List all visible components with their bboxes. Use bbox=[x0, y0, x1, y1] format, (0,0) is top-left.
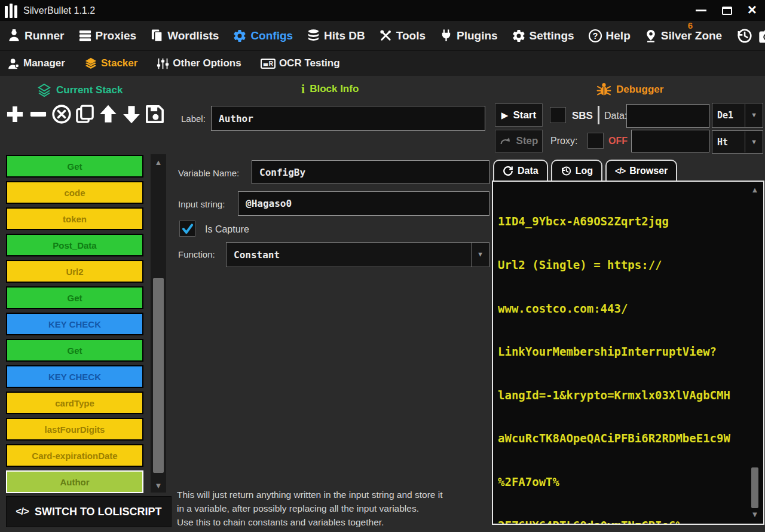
silver-zone-badge: 6 bbox=[688, 20, 693, 30]
add-block-button[interactable] bbox=[4, 102, 26, 127]
tab-log[interactable]: Log bbox=[551, 160, 602, 181]
tab-data[interactable]: Data bbox=[493, 160, 548, 181]
step-label: Step bbox=[516, 135, 538, 147]
proxy-checkbox[interactable] bbox=[587, 133, 604, 149]
stack-block[interactable]: Get bbox=[6, 155, 143, 178]
close-button[interactable]: × bbox=[748, 4, 757, 17]
stack-block[interactable]: Url2 bbox=[6, 260, 143, 283]
nav-wordlists[interactable]: Wordlists bbox=[150, 29, 219, 42]
remove-block-button[interactable] bbox=[27, 102, 50, 127]
scroll-up-icon[interactable]: ▲ bbox=[151, 158, 166, 167]
block-info-title: Block Info bbox=[310, 83, 359, 95]
start-button[interactable]: ▶ Start bbox=[495, 103, 543, 127]
nav-label: Hits DB bbox=[324, 29, 365, 42]
stack-block[interactable]: Get bbox=[6, 286, 143, 309]
manager-icon bbox=[7, 57, 20, 70]
proxy-status: OFF bbox=[608, 136, 628, 146]
switch-to-loliscript-button[interactable]: </> SWITCH TO LOLISCRIPT bbox=[6, 496, 172, 527]
stack-block[interactable]: KEY CHECK bbox=[6, 365, 143, 388]
minimize-icon bbox=[696, 10, 706, 11]
nav-configs[interactable]: Configs bbox=[232, 29, 293, 43]
nav-proxies[interactable]: Proxies bbox=[78, 29, 137, 42]
sbs-caption: SBS bbox=[572, 110, 593, 122]
minimize-button[interactable] bbox=[696, 10, 706, 11]
subnav-manager[interactable]: Manager bbox=[7, 57, 65, 70]
play-icon: ▶ bbox=[501, 110, 509, 121]
start-label: Start bbox=[513, 109, 536, 121]
stack-block-list: Get code token Post_Data Url2 Get KEY CH… bbox=[6, 155, 143, 497]
move-down-button[interactable] bbox=[120, 102, 143, 127]
nav-tools[interactable]: Tools bbox=[379, 29, 426, 42]
wordlists-icon bbox=[150, 29, 164, 42]
move-up-button[interactable] bbox=[97, 102, 120, 127]
log-line: aWcuRcTK8AOpeQACiPFBi6R2RDMbeE1c9W bbox=[498, 431, 743, 445]
stack-block[interactable]: code bbox=[6, 181, 143, 204]
input-string-input[interactable] bbox=[238, 191, 489, 216]
screenshot-button[interactable] bbox=[758, 27, 765, 44]
nav-silver-zone[interactable]: 6 Silver Zone bbox=[644, 29, 722, 43]
divider bbox=[598, 106, 599, 124]
stack-block[interactable]: Card-expirationDate bbox=[6, 444, 143, 467]
variable-name-caption: Variable Name: bbox=[178, 168, 239, 178]
stack-block[interactable]: cardType bbox=[6, 392, 143, 414]
subnav-label: Stacker bbox=[101, 57, 137, 69]
nav-plugins[interactable]: Plugins bbox=[439, 29, 498, 42]
proxy-input[interactable] bbox=[631, 130, 709, 152]
tab-label: Log bbox=[576, 166, 593, 176]
scroll-down-icon[interactable]: ▼ bbox=[749, 510, 761, 519]
maximize-button[interactable] bbox=[722, 7, 732, 15]
nav-label: Tools bbox=[396, 29, 426, 42]
nav-runner[interactable]: Runner bbox=[7, 29, 65, 42]
log-content: 1ID4_9Ybcx-A69OS2Zqrt2jqg Url2 (Single) … bbox=[498, 185, 743, 520]
hits-db-icon bbox=[307, 29, 320, 42]
sbs-checkbox[interactable] bbox=[550, 107, 566, 123]
debugger-title: Debugger bbox=[616, 84, 663, 96]
data-type-select[interactable]: De1 ▼ bbox=[712, 103, 763, 128]
tab-browser[interactable]: </> Browser bbox=[605, 160, 677, 181]
stack-block[interactable]: lastFourDigits bbox=[6, 418, 143, 441]
step-button[interactable]: Step bbox=[495, 130, 543, 152]
debugger-log[interactable]: 1ID4_9Ybcx-A69OS2Zqrt2jqg Url2 (Single) … bbox=[492, 181, 764, 525]
debugger-tabs: Data Log </> Browser bbox=[493, 160, 677, 181]
duplicate-block-button[interactable] bbox=[74, 102, 96, 127]
block-description: This will just return anything written i… bbox=[177, 488, 494, 529]
stack-block[interactable]: Post_Data bbox=[6, 234, 143, 256]
nav-hits-db[interactable]: Hits DB bbox=[307, 29, 365, 42]
data-type-value: De1 bbox=[712, 110, 745, 121]
scroll-down-icon[interactable]: ▼ bbox=[151, 481, 166, 490]
debug-data-input[interactable] bbox=[626, 104, 709, 128]
stack-block-selected[interactable]: Author bbox=[6, 470, 143, 493]
proxies-icon bbox=[78, 29, 92, 42]
settings-icon bbox=[512, 29, 526, 43]
clear-stack-button[interactable] bbox=[50, 102, 73, 127]
save-icon bbox=[144, 103, 166, 125]
nav-label: Silver Zone bbox=[661, 29, 722, 42]
scroll-thumb[interactable] bbox=[751, 467, 758, 508]
variable-name-input[interactable] bbox=[252, 160, 489, 184]
stack-toolbar bbox=[4, 102, 166, 127]
scroll-thumb[interactable] bbox=[153, 278, 164, 473]
save-stack-button[interactable] bbox=[143, 102, 166, 127]
nav-help[interactable]: ? Help bbox=[588, 29, 631, 43]
log-line: www.costco.com:443/ bbox=[498, 301, 743, 316]
is-capture-checkbox[interactable] bbox=[179, 221, 195, 237]
subnav-ocr-testing[interactable]: 🝙R OCR Testing bbox=[261, 57, 340, 69]
subnav-stacker[interactable]: Stacker bbox=[84, 57, 137, 70]
log-line: 1ID4_9Ybcx-A69OS2Zqrt2jqg bbox=[498, 214, 743, 228]
log-scrollbar[interactable]: ▲ ▼ bbox=[749, 185, 761, 519]
history-button[interactable] bbox=[736, 27, 752, 44]
scroll-up-icon[interactable]: ▲ bbox=[749, 185, 761, 194]
label-input[interactable] bbox=[211, 106, 485, 131]
function-select[interactable]: Constant ▼ bbox=[226, 242, 489, 267]
chevron-down-icon: ▼ bbox=[471, 243, 489, 267]
nav-settings[interactable]: Settings bbox=[512, 29, 574, 43]
stack-block[interactable]: token bbox=[6, 207, 143, 230]
proxy-type-select[interactable]: Ht ▼ bbox=[712, 130, 763, 154]
log-line: Url2 (Single) = https:// bbox=[498, 258, 743, 272]
stack-scrollbar[interactable]: ▲ ▼ bbox=[151, 154, 166, 493]
function-caption: Function: bbox=[178, 249, 215, 259]
stack-block[interactable]: Get bbox=[6, 339, 143, 362]
maximize-icon bbox=[722, 7, 732, 15]
subnav-other-options[interactable]: Other Options bbox=[157, 57, 241, 70]
stack-block[interactable]: KEY CHECK bbox=[6, 313, 143, 335]
